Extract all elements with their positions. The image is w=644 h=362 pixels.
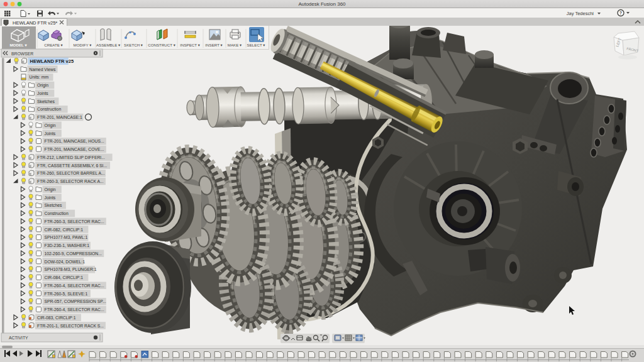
svg-text:MODIFY ▾: MODIFY ▾ <box>74 43 92 47</box>
svg-text:FTR-260-5, SLEEVE:1: FTR-260-5, SLEEVE:1 <box>45 292 88 296</box>
svg-text:SPH1078-M3, PLUNGER:1: SPH1078-M3, PLUNGER:1 <box>45 267 97 272</box>
svg-text:SKETCH ▾: SKETCH ▾ <box>124 43 143 47</box>
svg-text:Construction: Construction <box>45 211 69 216</box>
svg-text:INSPECT ▾: INSPECT ▾ <box>180 43 200 47</box>
svg-text:FTR-260-3, SELECTOR RACK A...: FTR-260-3, SELECTOR RACK A... <box>37 179 104 184</box>
svg-text:?: ? <box>619 11 622 15</box>
svg-text:DOW-024, DOWEL:1: DOW-024, DOWEL:1 <box>45 260 86 264</box>
svg-text:FTR-260-4, SELECTOR RAC...: FTR-260-4, SELECTOR RAC... <box>45 283 104 288</box>
svg-text:ACTIVITY: ACTIVITY <box>9 336 28 340</box>
svg-text:CIR-084, CIRCLIP:1: CIR-084, CIRCLIP:1 <box>45 275 84 280</box>
svg-text:BROWSER: BROWSER <box>11 52 33 56</box>
svg-text:INSERT ▾: INSERT ▾ <box>205 43 223 47</box>
svg-text:Origin: Origin <box>37 83 48 88</box>
svg-text:MAKE ▾: MAKE ▾ <box>228 43 242 47</box>
svg-text:Autodesk Fusion 360: Autodesk Fusion 360 <box>298 1 346 7</box>
svg-text:Sketches: Sketches <box>37 99 55 104</box>
svg-text:CONSTRUCT ▾: CONSTRUCT ▾ <box>148 43 175 47</box>
svg-text:Joints: Joints <box>45 131 56 136</box>
svg-text:CREATE ▾: CREATE ▾ <box>44 43 63 47</box>
svg-text:FTR-260, SELECTOR BARREL A...: FTR-260, SELECTOR BARREL A... <box>37 171 105 175</box>
svg-text:Units: mm: Units: mm <box>30 75 49 79</box>
svg-text:Jay Tedeschi: Jay Tedeschi <box>567 11 594 16</box>
svg-text:FTR-201, MAINCASE:1: FTR-201, MAINCASE:1 <box>37 115 82 119</box>
svg-text:F3D-236-1, WASHER:1: F3D-236-1, WASHER:1 <box>45 243 90 248</box>
svg-text:SPH1077-M3, PAWL:1: SPH1077-M3, PAWL:1 <box>45 235 88 239</box>
svg-text:Origin: Origin <box>45 187 56 192</box>
svg-text:Named Views: Named Views <box>30 67 56 72</box>
svg-text:SPR-057, COMPRESSION SP...: SPR-057, COMPRESSION SP... <box>45 299 106 304</box>
svg-text:FTR-260-4, SELECTOR RAC...: FTR-260-4, SELECTOR RAC... <box>45 307 104 312</box>
svg-text:102-260-9, COMPRESSION...: 102-260-9, COMPRESSION... <box>45 251 103 256</box>
svg-text:FTR-212, LIMITED SLIP DIFFERI.: FTR-212, LIMITED SLIP DIFFERI... <box>37 155 105 160</box>
svg-text:FTR-201-1, SELECTOR RACK S...: FTR-201-1, SELECTOR RACK S... <box>37 324 104 328</box>
svg-text:CIR-082, CIRCLIP:1: CIR-082, CIRCLIP:1 <box>45 228 84 232</box>
svg-text:Origin: Origin <box>45 123 56 128</box>
svg-text:FTR-201, MAINCASE, HOUS...: FTR-201, MAINCASE, HOUS... <box>45 139 104 143</box>
svg-text:Joints: Joints <box>45 195 56 200</box>
svg-text:FTR-201, MAINCASE, COVE...: FTR-201, MAINCASE, COVE... <box>45 147 104 151</box>
svg-text:FTR, CASSETTE ASSEMBLY, 6 SI..: FTR, CASSETTE ASSEMBLY, 6 SI... <box>37 163 107 168</box>
svg-text:Joints: Joints <box>37 91 48 96</box>
svg-text:Sketches: Sketches <box>45 203 63 207</box>
svg-text:FTR-260-3, SELECTOR RAC...: FTR-260-3, SELECTOR RAC... <box>45 219 104 224</box>
svg-text:HEWLAND FTR v25*: HEWLAND FTR v25* <box>13 20 57 26</box>
svg-text:Construction: Construction <box>37 107 61 111</box>
svg-text:CIR-083, CIRCLIP:1: CIR-083, CIRCLIP:1 <box>37 315 76 320</box>
svg-text:MODEL ▾: MODEL ▾ <box>9 43 27 47</box>
svg-text:ASSEMBLE ▾: ASSEMBLE ▾ <box>96 43 121 47</box>
svg-text:SELECT ▾: SELECT ▾ <box>247 43 266 47</box>
